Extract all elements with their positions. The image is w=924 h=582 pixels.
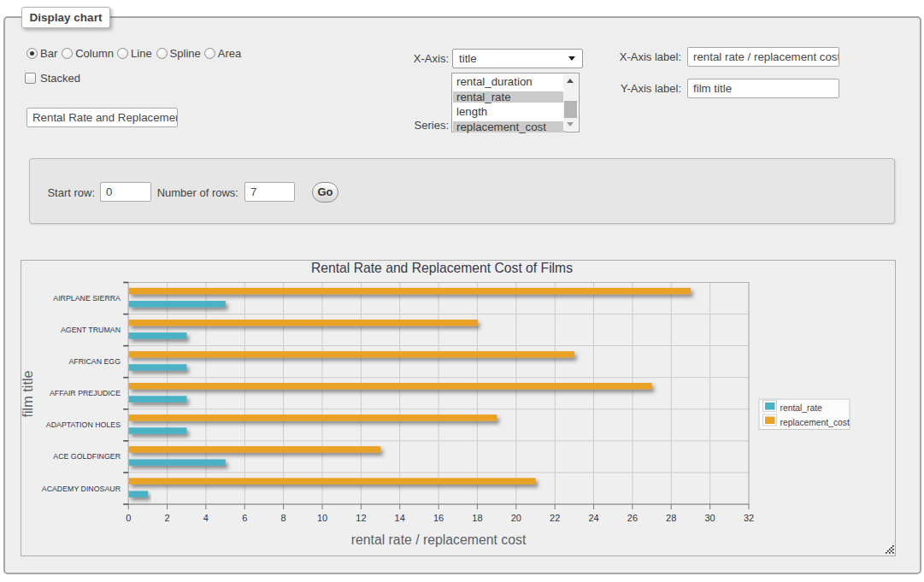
svg-text:Rental Rate and Replacement Co: Rental Rate and Replacement Cost of Film… — [311, 261, 573, 275]
svg-text:0: 0 — [126, 513, 131, 523]
svg-text:AIRPLANE SIERRA: AIRPLANE SIERRA — [53, 294, 121, 303]
svg-text:6: 6 — [242, 513, 247, 523]
svg-text:rental_rate: rental_rate — [780, 403, 823, 413]
svg-text:32: 32 — [744, 513, 754, 523]
svg-text:ADAPTATION HOLES: ADAPTATION HOLES — [46, 420, 121, 429]
svg-text:12: 12 — [356, 513, 366, 523]
svg-text:AFRICAN EGG: AFRICAN EGG — [68, 357, 121, 366]
svg-text:ACE GOLDFINGER: ACE GOLDFINGER — [53, 452, 121, 461]
svg-text:8: 8 — [281, 513, 286, 523]
svg-text:film title: film title — [21, 370, 35, 417]
svg-text:16: 16 — [433, 513, 444, 523]
svg-text:rental rate / replacement cost: rental rate / replacement cost — [351, 532, 527, 547]
svg-text:18: 18 — [472, 513, 482, 523]
svg-text:replacement_cost: replacement_cost — [780, 418, 850, 427]
svg-text:2: 2 — [165, 513, 170, 523]
svg-text:14: 14 — [395, 513, 405, 523]
svg-text:AFFAIR PREJUDICE: AFFAIR PREJUDICE — [50, 389, 121, 397]
svg-text:26: 26 — [627, 513, 638, 523]
svg-text:AGENT TRUMAN: AGENT TRUMAN — [61, 326, 121, 334]
svg-text:4: 4 — [203, 513, 209, 523]
svg-text:24: 24 — [588, 513, 598, 523]
svg-text:22: 22 — [550, 513, 560, 523]
svg-text:ACADEMY DINOSAUR: ACADEMY DINOSAUR — [42, 485, 121, 493]
svg-text:30: 30 — [704, 513, 715, 523]
svg-text:28: 28 — [666, 513, 676, 523]
svg-text:20: 20 — [511, 513, 521, 523]
svg-text:10: 10 — [317, 513, 327, 523]
